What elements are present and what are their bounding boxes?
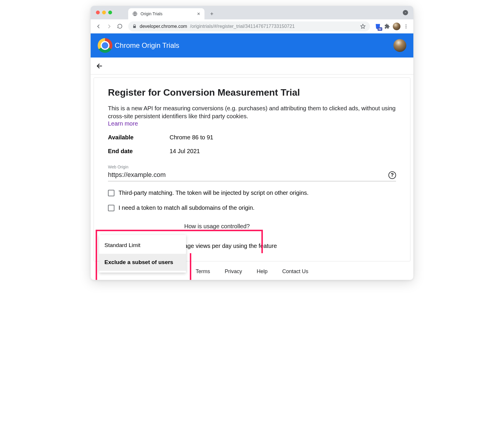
tab-title: Origin Trials: [141, 11, 163, 16]
third-party-checkbox-label: Third-party matching. The token will be …: [119, 190, 309, 196]
page-title: Register for Conversion Measurement Tria…: [108, 87, 396, 98]
back-button[interactable]: [94, 22, 103, 31]
page-description: This is a new API for measuring conversi…: [108, 104, 396, 120]
available-label: Available: [108, 134, 170, 141]
minimize-window-button[interactable]: [102, 11, 106, 14]
svg-point-1: [406, 24, 407, 25]
extension-css-icon[interactable]: 32: [374, 23, 382, 30]
address-bar[interactable]: developer.chrome.com/origintrials/#/regi…: [128, 21, 370, 31]
checkbox-icon[interactable]: [108, 190, 114, 196]
help-icon[interactable]: ?: [388, 171, 396, 179]
bookmark-star-icon[interactable]: [360, 23, 366, 29]
browser-menu-button[interactable]: [402, 23, 410, 30]
checkbox-icon[interactable]: [108, 205, 114, 211]
url-path: /origintrials/#/register_trial/341147671…: [190, 24, 295, 29]
usage-controlled-link[interactable]: How is usage controlled?: [108, 223, 396, 230]
footer-contact-link[interactable]: Contact Us: [282, 268, 308, 275]
app-title: Chrome Origin Trials: [115, 41, 179, 50]
profile-avatar[interactable]: [393, 23, 400, 30]
page-back-button[interactable]: [96, 62, 104, 70]
third-party-checkbox-row[interactable]: Third-party matching. The token will be …: [108, 190, 396, 196]
web-origin-field: Web Origin ?: [108, 165, 396, 181]
new-tab-button[interactable]: [207, 9, 216, 18]
usage-restriction-dropdown: Standard Limit Exclude a subset of users: [99, 235, 186, 273]
chrome-logo-icon: [98, 38, 112, 53]
url-host: developer.chrome.com: [140, 24, 187, 29]
footer-privacy-link[interactable]: Privacy: [225, 268, 242, 275]
browser-toolbar: developer.chrome.com/origintrials/#/regi…: [91, 19, 413, 33]
registration-card: Register for Conversion Measurement Tria…: [94, 77, 410, 261]
reload-button[interactable]: [115, 22, 124, 31]
extensions-puzzle-icon[interactable]: [383, 23, 391, 30]
browser-tab[interactable]: Origin Trials: [128, 8, 204, 19]
extension-badge: 32: [378, 27, 382, 31]
tab-overflow-button[interactable]: [403, 10, 408, 15]
svg-point-3: [406, 27, 407, 28]
browser-window: Origin Trials developer.chrome.com/origi…: [91, 6, 413, 280]
close-tab-icon[interactable]: [196, 11, 201, 16]
dropdown-option-standard[interactable]: Standard Limit: [99, 237, 186, 254]
available-value: Chrome 86 to 91: [170, 134, 213, 141]
svg-point-2: [406, 26, 407, 27]
footer-help-link[interactable]: Help: [257, 268, 268, 275]
footer-terms-link[interactable]: Terms: [196, 268, 210, 275]
tab-strip: Origin Trials: [91, 6, 413, 19]
web-origin-input[interactable]: [108, 169, 396, 181]
back-row: [91, 58, 413, 75]
globe-icon: [132, 11, 138, 16]
subdomains-checkbox-label: I need a token to match all subdomains o…: [119, 204, 255, 211]
learn-more-link[interactable]: Learn more: [108, 120, 396, 127]
lock-icon: [132, 24, 137, 28]
dropdown-option-exclude[interactable]: Exclude a subset of users: [99, 254, 186, 271]
app-header: Chrome Origin Trials: [91, 33, 413, 58]
maximize-window-button[interactable]: [108, 11, 112, 14]
end-date-value: 14 Jul 2021: [170, 148, 200, 155]
web-origin-label: Web Origin: [108, 165, 396, 169]
end-date-label: End date: [108, 148, 170, 155]
close-window-button[interactable]: [96, 11, 100, 14]
subdomains-checkbox-row[interactable]: I need a token to match all subdomains o…: [108, 204, 396, 211]
forward-button[interactable]: [105, 22, 114, 31]
app-profile-avatar[interactable]: [393, 39, 406, 52]
window-controls: [96, 11, 112, 14]
